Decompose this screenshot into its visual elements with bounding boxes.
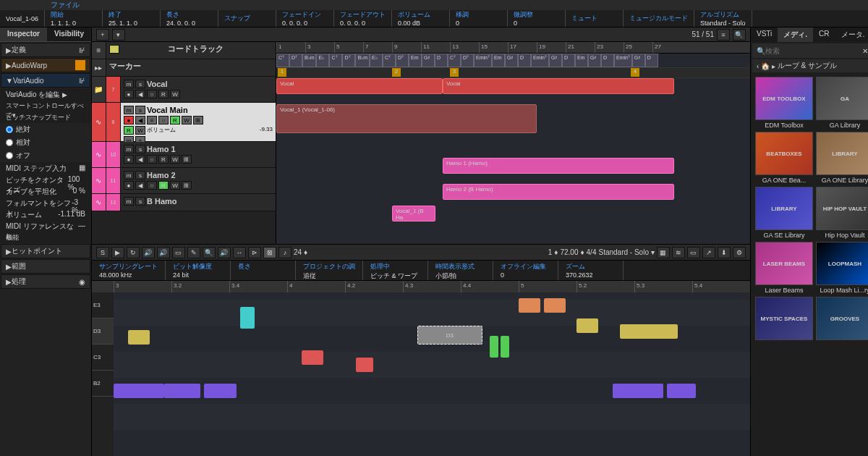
chord[interactable]: C⁷	[329, 54, 342, 67]
chord[interactable]: C⁷	[448, 54, 461, 67]
volume[interactable]: ボリューム-1.11 dB	[0, 208, 91, 220]
chord[interactable]: E♭	[316, 54, 329, 67]
wave-icon[interactable]: ∿	[92, 168, 106, 193]
chord[interactable]: D⁷	[289, 54, 302, 67]
clip-vocal-main[interactable]: Vocal_1 (Vocal_1-06)	[276, 104, 537, 133]
note-icon[interactable]: ♪	[278, 247, 292, 258]
chord[interactable]: D⁷	[396, 54, 409, 67]
insp-definition[interactable]: ▶ 定義⊮	[1, 43, 90, 57]
track-hamo1[interactable]: msHamo 1 ●◀○RW⊞	[121, 142, 276, 167]
solo-button[interactable]: S	[96, 247, 109, 258]
va-edit[interactable]: VariAudio を編集 ▶	[0, 88, 91, 100]
clip-icon[interactable]: ▭	[687, 247, 700, 258]
chord[interactable]: Emin⁷	[531, 54, 549, 67]
media-item[interactable]: LIBRARYGA SE Library	[755, 187, 813, 239]
search-icon[interactable]: 🔍	[733, 29, 746, 41]
chord[interactable]: Emin⁷	[474, 54, 492, 67]
clip-area[interactable]: Vocal Vocal Vocal_1 (Vocal_1-06) Hamo 1 …	[276, 78, 750, 244]
track-bhamo[interactable]: msB Hamo	[121, 194, 276, 211]
formant-shift[interactable]: フォルマントをシフト-3 %	[0, 197, 91, 208]
open-window-icon[interactable]: ↗	[702, 247, 715, 258]
gear-icon[interactable]: ⚙	[733, 247, 746, 258]
loop-icon[interactable]: ↻	[127, 247, 140, 258]
insp-variaudio[interactable]: ▼ VariAudio⊮	[1, 73, 90, 88]
wave-icon[interactable]: ∿	[92, 194, 106, 211]
media-item[interactable]: GROOVES	[816, 297, 868, 342]
media-item[interactable]: EDM TOOLBOXEDM Toolbox	[755, 77, 813, 129]
track-vocal-main[interactable]: msVocal Main ●◀≡○RW⊞ RWボリューム-9.33 ms	[121, 103, 276, 141]
chord[interactable]: G♯	[588, 54, 601, 67]
tab-cr[interactable]: CR	[813, 28, 835, 42]
speaker-icon[interactable]: 🔊	[157, 247, 170, 258]
home-icon[interactable]: 🏠	[761, 62, 770, 70]
close-icon[interactable]: ✕	[862, 47, 868, 55]
marker-track-icon[interactable]: ▸▸	[92, 59, 106, 76]
dropdown-button[interactable]: ▾	[112, 29, 125, 41]
pitch-quantize[interactable]: ピッチをクオンタイズ100 %	[0, 174, 91, 185]
list-icon[interactable]: ≡	[717, 29, 730, 41]
back-icon[interactable]: ‹	[757, 62, 759, 70]
radio-absolute[interactable]: 絶対	[0, 123, 91, 136]
folder-icon[interactable]: 📁	[92, 77, 106, 102]
media-item[interactable]: GAGA Library	[816, 77, 868, 129]
clip-hamo1[interactable]: Hamo 1 (Hamo)	[443, 158, 674, 174]
add-track-button[interactable]: +	[96, 29, 109, 41]
marker-row[interactable]: 1 2 3 4	[276, 68, 750, 78]
curve-flat[interactable]: カーブを平坦化0 %	[0, 185, 91, 197]
track-hamo2[interactable]: msHamo 2 ●◀○RW⊞	[121, 168, 276, 193]
wave-icon[interactable]: ∿	[92, 103, 106, 141]
wave-icon[interactable]: ∿	[92, 142, 106, 167]
tab-visibility[interactable]: Visibility	[47, 28, 91, 41]
chord[interactable]: C⁷	[383, 54, 396, 67]
search-input[interactable]	[765, 47, 862, 55]
chord[interactable]: D	[518, 54, 531, 67]
media-item[interactable]: LOOPMASHLoop Mash Li...ry	[816, 242, 868, 294]
insp-hitpoint[interactable]: ▶ ヒットポイント	[1, 244, 90, 258]
chord[interactable]: D⁷	[342, 54, 355, 67]
chord[interactable]: B♭m	[302, 54, 317, 67]
piano-roll[interactable]: E3 D3 C3 B2 D3	[92, 292, 750, 456]
chord-track-icon[interactable]: ≡	[92, 42, 106, 59]
chord[interactable]: G♯	[632, 54, 645, 67]
media-item[interactable]: MYSTIC SPACES	[755, 297, 813, 342]
functions[interactable]: 機能	[0, 232, 91, 243]
chord[interactable]: D	[435, 54, 448, 67]
radio-relative[interactable]: 相対	[0, 136, 91, 149]
chord[interactable]: Emin⁷	[614, 54, 632, 67]
va-smart[interactable]: スマートコントロールすべて▾	[0, 100, 91, 111]
clip-bhamo[interactable]: Vocal_1 (B Ha	[392, 206, 435, 221]
editor-ruler[interactable]: 33.23.444.24.34.455.25.35.4	[92, 281, 750, 292]
import-icon[interactable]: ⬇	[718, 247, 731, 258]
chord[interactable]: D	[645, 54, 658, 67]
chord[interactable]: E♭	[370, 54, 383, 67]
warp-tool[interactable]: ⊳	[248, 247, 261, 258]
chord[interactable]: D	[562, 54, 575, 67]
chord[interactable]: G♯	[549, 54, 562, 67]
midi-ref[interactable]: MIDI リファレンスなし—	[0, 220, 91, 232]
tab-meter[interactable]: メータ.	[835, 28, 868, 42]
chord[interactable]: Em	[492, 54, 505, 67]
notes-area[interactable]: D3	[114, 292, 750, 456]
track-vocal[interactable]: msVocal ●◀○RW	[121, 77, 276, 102]
insp-audiowarp[interactable]: ▶ AudioWarp	[1, 58, 90, 72]
select-tool[interactable]: ▭	[172, 247, 185, 258]
chord[interactable]: Em	[575, 54, 588, 67]
menu-file[interactable]: ファイル	[51, 0, 80, 10]
radio-off[interactable]: オフ	[0, 149, 91, 162]
chord[interactable]: D	[601, 54, 614, 67]
clip-vocal[interactable]: Vocal	[443, 78, 674, 94]
scrub-tool[interactable]: ↔	[233, 247, 246, 258]
chord[interactable]: G♯	[422, 54, 435, 67]
chord[interactable]: C⁷	[276, 54, 289, 67]
piano-keys[interactable]: E3 D3 C3 B2	[92, 292, 114, 456]
insp-process[interactable]: ▶ 処理◉	[1, 274, 90, 289]
media-item[interactable]: LASER BEAMSLaser Beams	[755, 242, 813, 294]
search-box[interactable]: 🔍 ✕ ≡	[752, 43, 868, 58]
mute-button[interactable]: m	[109, 45, 119, 54]
speaker-icon[interactable]: 🔊	[142, 247, 155, 258]
media-item[interactable]: HIP HOP VAULTHip Hop Vault	[816, 187, 868, 239]
media-item[interactable]: BEATBOXESGA ONE Bea...	[755, 132, 813, 184]
chord[interactable]: Em	[409, 54, 422, 67]
speaker-icon[interactable]: 🔊	[218, 247, 231, 258]
midi-step[interactable]: MIDI ステップ入力▦	[0, 162, 91, 174]
